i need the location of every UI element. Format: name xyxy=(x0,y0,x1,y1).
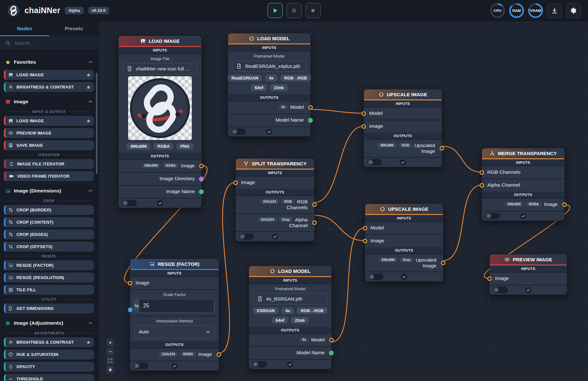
output-handle-alpha-channel[interactable] xyxy=(312,220,317,225)
node-resize-factor[interactable]: RESIZE (FACTOR) INPUTS Image Scale Facto… xyxy=(130,259,219,371)
interpolation-select[interactable]: Auto xyxy=(134,325,215,338)
sidebar-item-crop-border[interactable]: CROP (BORDER) xyxy=(4,205,94,215)
node-upscale-1-header[interactable]: UPSCALE IMAGE xyxy=(364,89,442,100)
input-rgb-channels-row: RGB Channels xyxy=(482,166,564,179)
stepper-up-icon[interactable]: ▲ xyxy=(214,299,215,306)
download-button[interactable] xyxy=(547,3,562,18)
input-handle-model[interactable] xyxy=(363,226,367,230)
run-button[interactable] xyxy=(267,3,283,18)
inputs-bar: INPUTS xyxy=(249,277,331,283)
chevron-up-icon xyxy=(88,321,93,325)
input-handle-image[interactable] xyxy=(363,239,367,243)
node-merge-transparency[interactable]: MERGE TRANSPARENCY INPUTS RGB Channels A… xyxy=(482,148,565,221)
search-input[interactable] xyxy=(14,40,93,46)
zoom-in-button[interactable]: + xyxy=(106,339,114,347)
input-handle-scale-factor[interactable] xyxy=(128,308,133,312)
sidebar-item-resize-resolution[interactable]: RESIZE (RESOLUTION) xyxy=(4,273,94,283)
section-image[interactable]: Image xyxy=(4,95,94,107)
scale-factor-stepper: % ▲ ▼ xyxy=(134,299,215,312)
sidebar-item-image-file-iterator[interactable]: IMAGE FILE ITERATOR xyxy=(4,159,94,169)
output-handle-image[interactable] xyxy=(217,352,221,357)
node-load-image-header[interactable]: LOAD IMAGE xyxy=(119,36,201,47)
dial-icon xyxy=(378,92,384,97)
pause-button[interactable] xyxy=(286,3,302,18)
divider-input-output: INPUT & OUTPUT xyxy=(5,110,93,114)
sidebar-item-opacity[interactable]: OPACITY xyxy=(4,362,94,372)
output-handle-image-directory[interactable] xyxy=(199,177,204,181)
sidebar-item-preview-image[interactable]: PREVIEW IMAGE xyxy=(4,128,94,138)
sidebar-item-threshold[interactable]: THRESHOLD xyxy=(4,374,94,381)
node-preview-header[interactable]: PREVIEW IMAGE xyxy=(490,255,567,265)
output-upscaled-image-row: 896x896GrayUpscaled Image xyxy=(365,254,443,272)
sidebar-item-video-frame-iterator[interactable]: VIDEO FRAME ITERATOR xyxy=(4,171,94,181)
model-file-input[interactable]: 4x_BSRGAN.pth xyxy=(253,293,327,304)
image-preview-thumbnail xyxy=(128,76,192,140)
input-handle-image[interactable] xyxy=(361,124,366,129)
stop-button[interactable] xyxy=(305,3,321,18)
sidebar-item-save-image[interactable]: SAVE IMAGE xyxy=(4,140,94,150)
sidebar-item-load-image[interactable]: LOAD IMAGE xyxy=(4,70,94,80)
settings-button[interactable] xyxy=(566,3,581,18)
image-icon xyxy=(8,72,13,77)
output-handle-model[interactable] xyxy=(308,105,313,110)
node-upscale-2-header[interactable]: UPSCALE IMAGE xyxy=(365,204,443,215)
favorite-star-icon xyxy=(86,340,91,345)
node-upscale-image-1[interactable]: UPSCALE IMAGE INPUTS Model Image OUTPUTS… xyxy=(364,89,442,167)
output-handle-image-name[interactable] xyxy=(199,190,204,194)
node-split-transparency[interactable]: SPLIT TRANSPARENCY INPUTS Image OUTPUTS … xyxy=(236,158,314,241)
split-icon xyxy=(243,161,249,166)
input-handle-image[interactable] xyxy=(128,281,132,285)
section-favorites[interactable]: Favorites xyxy=(4,55,94,68)
output-handle-rgb-channels[interactable] xyxy=(312,202,317,207)
node-upscale-image-2[interactable]: UPSCALE IMAGE INPUTS Model Image OUTPUTS… xyxy=(365,204,443,282)
input-handle-image[interactable] xyxy=(233,181,238,185)
dial-icon xyxy=(270,268,275,274)
input-handle-image[interactable] xyxy=(487,276,492,281)
node-preview-image[interactable]: PREVIEW IMAGE INPUTS Image xyxy=(490,254,567,295)
output-handle-model[interactable] xyxy=(329,338,334,342)
sidebar-item-resize-factor[interactable]: RESIZE (FACTOR) xyxy=(4,260,94,270)
fit-view-button[interactable] xyxy=(106,357,114,365)
favorite-star-icon xyxy=(86,85,91,89)
node-merge-header[interactable]: MERGE TRANSPARENCY xyxy=(482,148,564,159)
sidebar-item-crop-edges[interactable]: CROP (EDGES) xyxy=(4,229,94,239)
node-resize-header[interactable]: RESIZE (FACTOR) xyxy=(130,259,219,270)
input-handle-rgb-channels[interactable] xyxy=(480,170,484,175)
tab-nodes[interactable]: Nodes xyxy=(0,21,49,36)
sidebar-item-load-image[interactable]: LOAD IMAGE xyxy=(4,116,94,126)
output-handle-model-name[interactable] xyxy=(308,118,313,123)
sidebar-item-crop-content[interactable]: CROP (CONTENT) xyxy=(4,217,94,227)
input-handle-alpha-channel[interactable] xyxy=(480,183,484,188)
image-file-input[interactable]: chaiNNer new icon full ... xyxy=(123,63,197,74)
model-file-input[interactable]: RealESRGAN_x4plus.pth xyxy=(232,60,306,72)
output-handle-model-name[interactable] xyxy=(329,351,334,356)
zoom-out-button[interactable]: − xyxy=(106,348,114,356)
sidebar-item-brightness-contrast[interactable]: BRIGHTNESS & CONTRAST xyxy=(4,82,94,92)
output-model-row: 4xModel xyxy=(249,334,331,346)
output-handle-image[interactable] xyxy=(562,202,567,207)
output-handle-image[interactable] xyxy=(199,164,204,168)
sidebar-item-tile-fill[interactable]: TILE FILL xyxy=(4,285,94,295)
sidebar-item-get-dimensions[interactable]: GET DIMENSIONS xyxy=(4,303,94,313)
output-handle-upscaled-image[interactable] xyxy=(441,261,445,265)
node-load-model-1[interactable]: LOAD MODEL INPUTS Pretrained Model RealE… xyxy=(228,33,311,136)
sidebar-item-hue-saturation[interactable]: HUE & SATURATION xyxy=(4,349,94,359)
output-handle-upscaled-image[interactable] xyxy=(440,146,444,151)
node-load-model-2-header[interactable]: LOAD MODEL xyxy=(249,266,331,277)
node-load-image[interactable]: LOAD IMAGE INPUTS Image File chaiNNer ne… xyxy=(118,36,201,208)
node-load-model-2[interactable]: LOAD MODEL INPUTS Pretrained Model 4x_BS… xyxy=(249,266,331,369)
tab-presets[interactable]: Presets xyxy=(49,21,98,36)
stepper-down-icon[interactable]: ▼ xyxy=(214,306,215,312)
section-image-adjustments[interactable]: Image (Adjustments) xyxy=(4,316,94,329)
ram-usage-ring: RAM xyxy=(509,3,524,18)
sidebar-item-crop-offsets[interactable]: CROP (OFFSETS) xyxy=(4,242,94,252)
lock-canvas-button[interactable] xyxy=(106,366,114,374)
node-split-header[interactable]: SPLIT TRANSPARENCY xyxy=(236,159,314,170)
section-image-dimensions[interactable]: Image (Dimensions) xyxy=(4,184,94,196)
scale-factor-input[interactable] xyxy=(139,299,214,312)
sidebar-item-brightness-contrast[interactable]: BRIGHTNESS & CONTRAST xyxy=(4,337,94,347)
input-handle-model[interactable] xyxy=(361,111,366,116)
sidebar-scrollbar[interactable] xyxy=(96,73,98,174)
node-load-model-1-header[interactable]: LOAD MODEL xyxy=(228,33,310,44)
input-image-row: Image xyxy=(365,235,443,247)
